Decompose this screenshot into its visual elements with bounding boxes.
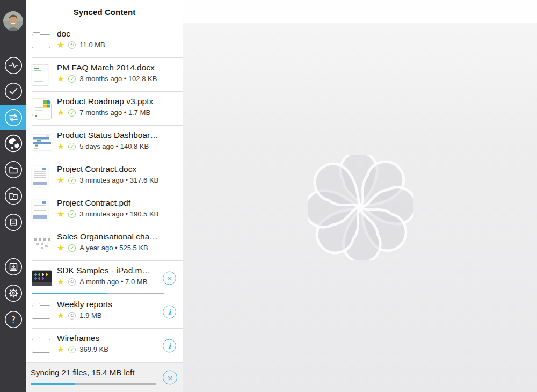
- file-name: SDK Samples - iPad.m…: [57, 266, 159, 275]
- star-icon: ★: [57, 244, 64, 252]
- sidebar-item-activity[interactable]: [0, 53, 26, 78]
- list-item[interactable]: Wireframes ★ 369.9 KB i: [26, 329, 183, 362]
- file-thumbnail: [32, 270, 52, 286]
- synced-folder-icon: [4, 187, 23, 205]
- file-thumbnail: [32, 166, 48, 187]
- star-icon: ★: [57, 41, 64, 49]
- sidebar-item-storage[interactable]: [0, 209, 26, 235]
- sync-status-icon: [68, 143, 76, 150]
- star-icon: ★: [57, 177, 64, 184]
- list-item[interactable]: Product Status Dashboard-… ★ 5 days ago …: [26, 126, 183, 159]
- file-thumbnail: [32, 34, 50, 48]
- synced-content-panel: Synced Content doc ★ 11.0 MB PM FAQ Marc…: [26, 0, 183, 392]
- sync-icon: [4, 108, 23, 127]
- file-name: Wireframes: [57, 333, 159, 343]
- star-icon: ★: [57, 210, 64, 218]
- file-name: PM FAQ March 2014.docx: [57, 63, 159, 72]
- file-details: 7 months ago • 1.7 MB: [79, 108, 150, 117]
- gear-icon: [4, 284, 23, 302]
- file-thumbnail: [32, 339, 50, 353]
- check-circle-icon: [4, 82, 23, 100]
- list-item[interactable]: Sales Organisational chart_… ★ A year ag…: [26, 227, 183, 261]
- sidebar-rail: ?: [0, 0, 26, 392]
- file-name: Weekly reports: [57, 300, 159, 309]
- sidebar-item-downloads[interactable]: [0, 254, 26, 280]
- file-thumbnail: [32, 134, 52, 151]
- file-details: 3 minutes ago • 317.6 KB: [79, 176, 158, 184]
- avatar-photo: [3, 11, 23, 31]
- sidebar-item-help[interactable]: ?: [0, 307, 26, 332]
- sync-status-icon: [68, 75, 76, 83]
- file-thumbnail: [32, 305, 50, 319]
- file-details: 1.9 MB: [79, 311, 101, 320]
- sync-status-icon: [68, 278, 76, 286]
- list-item[interactable]: Project Contract.pdf ★ 3 minutes ago • 1…: [26, 193, 183, 227]
- star-icon: ★: [57, 143, 64, 150]
- file-list: doc ★ 11.0 MB PM FAQ March 2014.docx ★ 3…: [26, 24, 183, 362]
- sync-status-icon: [68, 244, 76, 252]
- file-name: Product Status Dashboard-…: [57, 130, 159, 140]
- cancel-item-sync-button[interactable]: ×: [163, 271, 176, 285]
- flower-logo: [308, 155, 413, 260]
- file-details: A month ago • 7.0 MB: [79, 278, 147, 286]
- sync-status-icon: [68, 210, 76, 218]
- file-name: Sales Organisational chart_…: [57, 232, 159, 242]
- panel-title: Synced Content: [74, 8, 136, 17]
- file-details: 3 minutes ago • 190.5 KB: [79, 210, 158, 218]
- star-icon: ★: [57, 346, 64, 353]
- file-details: 369.9 KB: [79, 345, 108, 353]
- star-icon: ★: [57, 312, 64, 320]
- list-item[interactable]: SDK Samples - iPad.m… ★ A month ago • 7.…: [26, 261, 183, 295]
- folder-icon: [4, 161, 23, 179]
- sidebar-item-tasks[interactable]: [0, 78, 26, 104]
- cancel-sync-button[interactable]: ×: [163, 371, 177, 385]
- file-name: Project Contract.docx: [57, 164, 159, 174]
- avatar[interactable]: [3, 11, 23, 31]
- sync-status-icon: [68, 41, 76, 49]
- file-name: doc: [57, 29, 159, 39]
- globe-icon: [4, 134, 23, 153]
- sidebar-item-sync[interactable]: [0, 105, 26, 130]
- list-item[interactable]: Product Roadmap v3.pptx ★ 7 months ago •…: [26, 92, 183, 126]
- file-thumbnail: [32, 200, 48, 221]
- file-details: A year ago • 525.5 KB: [79, 244, 148, 252]
- content-area: [183, 0, 537, 392]
- sync-status-icon: [68, 346, 76, 353]
- sync-status-icon: [68, 109, 76, 117]
- activity-icon: [4, 56, 23, 75]
- sync-status-icon: [68, 177, 76, 184]
- item-progress-bar: [32, 293, 164, 294]
- download-icon: [4, 258, 23, 276]
- star-icon: ★: [57, 75, 64, 83]
- svg-text:?: ?: [11, 315, 16, 325]
- file-name: Project Contract.pdf: [57, 198, 159, 208]
- sidebar-item-folders[interactable]: [0, 157, 26, 183]
- list-item[interactable]: Weekly reports ★ 1.9 MB i: [26, 295, 183, 329]
- info-button[interactable]: i: [163, 339, 176, 352]
- file-name: Product Roadmap v3.pptx: [57, 97, 159, 106]
- list-item[interactable]: PM FAQ March 2014.docx ★ 3 months ago • …: [26, 58, 183, 92]
- help-icon: ?: [4, 310, 23, 329]
- list-item[interactable]: Project Contract.docx ★ 3 minutes ago • …: [26, 159, 183, 193]
- file-details: 11.0 MB: [79, 41, 105, 49]
- file-details: 3 months ago • 102.8 KB: [79, 75, 157, 83]
- close-icon: ×: [167, 373, 173, 382]
- app-window: ? Synced Content doc ★ 11.0 MB: [0, 0, 537, 392]
- sync-status-text: Syncing 21 files, 15.4 MB left: [31, 368, 134, 377]
- info-button[interactable]: i: [163, 305, 176, 318]
- database-icon: [4, 213, 23, 231]
- sidebar-item-global[interactable]: [0, 130, 26, 156]
- sync-status-icon: [68, 312, 76, 320]
- file-thumbnail: [32, 98, 52, 119]
- sidebar-item-settings[interactable]: [0, 280, 26, 306]
- content-header: [183, 0, 537, 23]
- panel-header: Synced Content: [26, 0, 183, 24]
- list-item[interactable]: doc ★ 11.0 MB: [26, 24, 183, 58]
- star-icon: ★: [57, 278, 64, 286]
- sync-progress-bar: [31, 383, 156, 386]
- star-icon: ★: [57, 109, 64, 117]
- file-thumbnail: [32, 237, 52, 251]
- sidebar-item-synced-folders[interactable]: [0, 183, 26, 209]
- file-thumbnail: [32, 64, 48, 86]
- file-details: 5 days ago • 140.8 KB: [79, 142, 149, 150]
